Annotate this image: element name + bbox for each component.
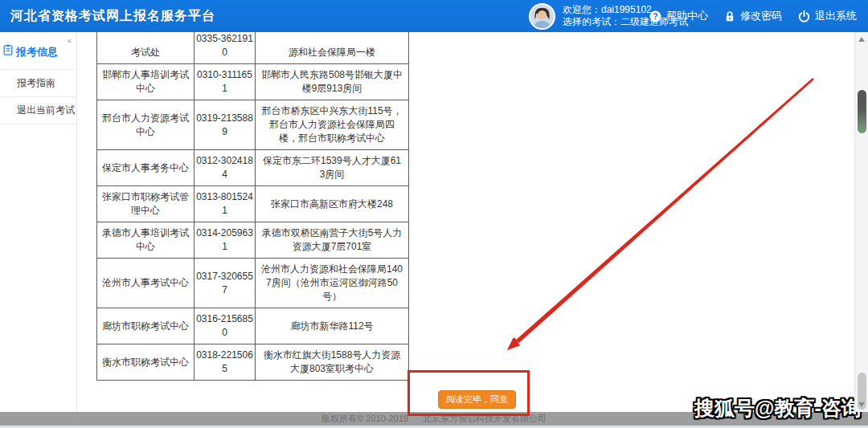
scrollbar-up-arrow-icon[interactable]	[858, 37, 865, 42]
sidebar: « 报考信息 报考指南 退出当前考试	[0, 32, 77, 412]
org-cell: 张家口市职称考试管理中心	[97, 186, 194, 222]
phone-cell: 0313-8015241	[194, 186, 256, 222]
user-avatar[interactable]	[529, 3, 555, 30]
copyright-text: 版权所有© 2010-2019	[321, 414, 408, 423]
phone-cell: 0319-2135889	[194, 100, 256, 150]
sidebar-section-title: 报考信息	[16, 46, 58, 58]
phone-cell: 0310-3111651	[194, 64, 256, 100]
phone-cell: 0317-3206557	[194, 259, 256, 308]
org-cell: 邢台市人力资源考试中心	[97, 100, 194, 150]
org-cell: 廊坊市职称考试中心	[97, 308, 194, 344]
phone-cell: 0316-2156850	[194, 308, 256, 344]
phone-cell: 0335-3621910	[194, 28, 256, 64]
change-password-label: 修改密码	[740, 9, 782, 23]
phone-cell: 0312-3024184	[194, 150, 256, 186]
help-center-button[interactable]: ? 帮助中心	[649, 9, 708, 23]
org-cell: 沧州市人事考试中心	[97, 259, 194, 308]
top-header-bar: 河北省资格考试网上报名服务平台 欢迎您：dai1995102 选择的考试：二级建…	[0, 0, 868, 32]
address-cell: 沧州市人力资源和社会保障局1407房间（沧州市运河区御河路50号）	[256, 259, 409, 308]
scrollbar-thumb[interactable]	[858, 90, 866, 133]
sidebar-item-label: 退出当前考试	[17, 104, 75, 116]
logout-button[interactable]: 退出系统	[798, 9, 857, 23]
exam-centers-table: 考试处 0335-3621910 源和社会保障局一楼 邯郸市人事培训考试中心 0…	[96, 27, 409, 381]
phone-cell: 0314-2059631	[194, 222, 256, 259]
org-cell: 保定市人事考务中心	[97, 150, 194, 186]
sidebar-item-exit-current-exam[interactable]: 退出当前考试	[0, 96, 76, 124]
vertical-scrollbar[interactable]	[854, 32, 868, 412]
table-row: 承德市人事培训考试中心 0314-2059631 承德市双桥区南营子大街5号人力…	[97, 222, 409, 259]
table-row: 保定市人事考务中心 0312-3024184 保定市东二环1539号人才大厦61…	[97, 150, 409, 186]
sidebar-item-label: 报考指南	[17, 77, 55, 88]
address-cell: 廊坊市新华路112号	[256, 308, 409, 344]
address-cell: 源和社会保障局一楼	[256, 28, 409, 64]
table-row: 邢台市人力资源考试中心 0319-2135889 邢台市桥东区中兴东大街115号…	[97, 100, 409, 150]
address-cell: 邯郸市人民东路508号邯银大厦中楼9层913房间	[256, 64, 409, 100]
svg-text:?: ?	[653, 12, 657, 21]
read-and-agree-button[interactable]: 阅读完毕，同意	[438, 390, 516, 409]
address-cell: 邢台市桥东区中兴东大街115号，邢台市人力资源社会保障局四楼，邢台市职称考试中心	[256, 100, 409, 150]
lock-icon	[724, 10, 735, 22]
scrollbar-down-arrow-icon[interactable]	[858, 402, 865, 407]
avatar-photo	[530, 5, 554, 28]
change-password-button[interactable]: 修改密码	[724, 9, 782, 23]
clipboard-icon	[2, 44, 14, 58]
org-cell: 承德市人事培训考试中心	[97, 222, 194, 259]
sidebar-item-exam-guide[interactable]: 报考指南	[0, 69, 76, 96]
table-row: 廊坊市职称考试中心 0316-2156850 廊坊市新华路112号	[97, 308, 409, 344]
sohu-watermark: 搜狐号@教育-咨询	[694, 395, 862, 422]
site-title: 河北省资格考试网上报名服务平台	[10, 0, 215, 32]
table-row: 衡水市职称考试中心 0318-2215065 衡水市红旗大街1588号人力资源大…	[97, 344, 409, 381]
org-cell: 邯郸市人事培训考试中心	[97, 64, 194, 100]
org-cell: 考试处	[97, 28, 194, 64]
address-cell: 保定市东二环1539号人才大厦613房间	[256, 150, 409, 186]
help-center-label: 帮助中心	[666, 9, 708, 23]
table-row: 考试处 0335-3621910 源和社会保障局一楼	[97, 28, 409, 64]
header-menu: ? 帮助中心 修改密码 退出系统	[649, 0, 857, 32]
table-row: 沧州市人事考试中心 0317-3206557 沧州市人力资源和社会保障局1407…	[97, 259, 409, 308]
table-row: 邯郸市人事培训考试中心 0310-3111651 邯郸市人民东路508号邯银大厦…	[97, 64, 409, 100]
address-cell: 衡水市红旗大街1588号人力资源大厦803室职考中心	[256, 344, 409, 381]
address-cell: 承德市双桥区南营子大街5号人力资源大厦7层701室	[256, 222, 409, 259]
logout-label: 退出系统	[815, 9, 857, 23]
address-cell: 张家口市高新区市府大楼248	[256, 186, 409, 222]
power-icon	[798, 10, 810, 22]
org-cell: 衡水市职称考试中心	[97, 344, 194, 381]
sidebar-section-exam-info[interactable]: 报考信息	[0, 32, 76, 69]
question-circle-icon: ?	[649, 10, 661, 22]
phone-cell: 0318-2215065	[194, 344, 256, 381]
table-row: 张家口市职称考试管理中心 0313-8015241 张家口市高新区市府大楼248	[97, 186, 409, 222]
